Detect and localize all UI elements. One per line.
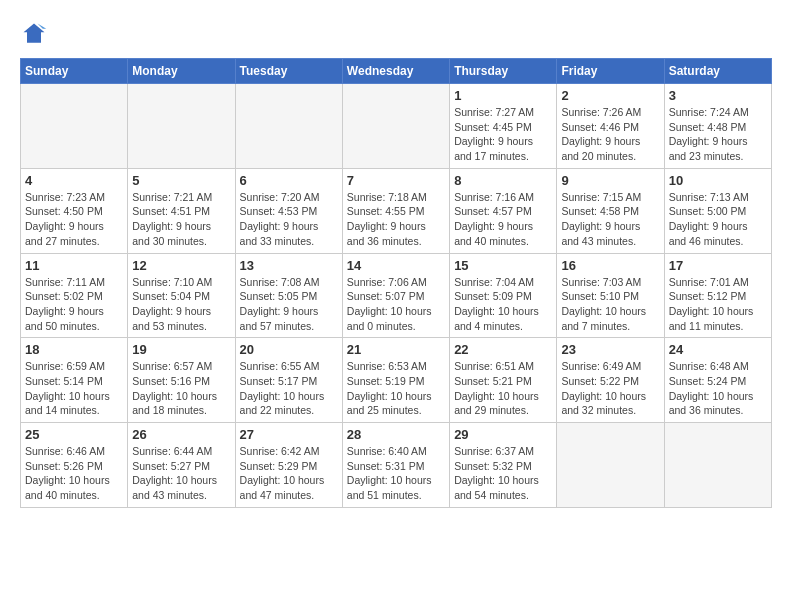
calendar-cell [128,84,235,169]
calendar-cell: 13Sunrise: 7:08 AM Sunset: 5:05 PM Dayli… [235,253,342,338]
calendar-cell [235,84,342,169]
day-number: 9 [561,173,659,188]
page-header [20,20,772,48]
calendar-cell: 16Sunrise: 7:03 AM Sunset: 5:10 PM Dayli… [557,253,664,338]
day-info: Sunrise: 7:24 AM Sunset: 4:48 PM Dayligh… [669,105,767,164]
calendar-cell: 24Sunrise: 6:48 AM Sunset: 5:24 PM Dayli… [664,338,771,423]
calendar-cell: 26Sunrise: 6:44 AM Sunset: 5:27 PM Dayli… [128,423,235,508]
day-number: 17 [669,258,767,273]
calendar-week-row: 1Sunrise: 7:27 AM Sunset: 4:45 PM Daylig… [21,84,772,169]
calendar-cell: 25Sunrise: 6:46 AM Sunset: 5:26 PM Dayli… [21,423,128,508]
calendar-cell: 10Sunrise: 7:13 AM Sunset: 5:00 PM Dayli… [664,168,771,253]
weekday-header: Monday [128,59,235,84]
day-info: Sunrise: 7:16 AM Sunset: 4:57 PM Dayligh… [454,190,552,249]
day-number: 16 [561,258,659,273]
day-info: Sunrise: 7:15 AM Sunset: 4:58 PM Dayligh… [561,190,659,249]
day-number: 21 [347,342,445,357]
day-info: Sunrise: 6:42 AM Sunset: 5:29 PM Dayligh… [240,444,338,503]
day-number: 19 [132,342,230,357]
day-number: 2 [561,88,659,103]
day-info: Sunrise: 6:53 AM Sunset: 5:19 PM Dayligh… [347,359,445,418]
calendar-week-row: 18Sunrise: 6:59 AM Sunset: 5:14 PM Dayli… [21,338,772,423]
day-info: Sunrise: 7:04 AM Sunset: 5:09 PM Dayligh… [454,275,552,334]
day-number: 8 [454,173,552,188]
calendar-cell: 21Sunrise: 6:53 AM Sunset: 5:19 PM Dayli… [342,338,449,423]
calendar-cell: 18Sunrise: 6:59 AM Sunset: 5:14 PM Dayli… [21,338,128,423]
calendar-cell: 27Sunrise: 6:42 AM Sunset: 5:29 PM Dayli… [235,423,342,508]
calendar-cell: 6Sunrise: 7:20 AM Sunset: 4:53 PM Daylig… [235,168,342,253]
day-number: 7 [347,173,445,188]
day-number: 15 [454,258,552,273]
logo-icon [20,20,48,48]
calendar-cell: 5Sunrise: 7:21 AM Sunset: 4:51 PM Daylig… [128,168,235,253]
day-info: Sunrise: 7:26 AM Sunset: 4:46 PM Dayligh… [561,105,659,164]
day-number: 28 [347,427,445,442]
calendar-week-row: 11Sunrise: 7:11 AM Sunset: 5:02 PM Dayli… [21,253,772,338]
day-number: 14 [347,258,445,273]
day-info: Sunrise: 7:21 AM Sunset: 4:51 PM Dayligh… [132,190,230,249]
day-number: 22 [454,342,552,357]
day-info: Sunrise: 6:40 AM Sunset: 5:31 PM Dayligh… [347,444,445,503]
calendar-cell: 19Sunrise: 6:57 AM Sunset: 5:16 PM Dayli… [128,338,235,423]
calendar-week-row: 25Sunrise: 6:46 AM Sunset: 5:26 PM Dayli… [21,423,772,508]
day-info: Sunrise: 7:27 AM Sunset: 4:45 PM Dayligh… [454,105,552,164]
day-info: Sunrise: 6:44 AM Sunset: 5:27 PM Dayligh… [132,444,230,503]
day-number: 27 [240,427,338,442]
day-number: 24 [669,342,767,357]
calendar-cell: 11Sunrise: 7:11 AM Sunset: 5:02 PM Dayli… [21,253,128,338]
calendar-cell: 29Sunrise: 6:37 AM Sunset: 5:32 PM Dayli… [450,423,557,508]
calendar-cell [557,423,664,508]
calendar-cell: 2Sunrise: 7:26 AM Sunset: 4:46 PM Daylig… [557,84,664,169]
day-number: 11 [25,258,123,273]
day-info: Sunrise: 7:20 AM Sunset: 4:53 PM Dayligh… [240,190,338,249]
logo [20,20,52,48]
calendar-cell: 1Sunrise: 7:27 AM Sunset: 4:45 PM Daylig… [450,84,557,169]
day-number: 10 [669,173,767,188]
day-info: Sunrise: 7:06 AM Sunset: 5:07 PM Dayligh… [347,275,445,334]
calendar-cell: 22Sunrise: 6:51 AM Sunset: 5:21 PM Dayli… [450,338,557,423]
day-number: 12 [132,258,230,273]
calendar-cell: 9Sunrise: 7:15 AM Sunset: 4:58 PM Daylig… [557,168,664,253]
weekday-header: Saturday [664,59,771,84]
day-number: 4 [25,173,123,188]
calendar-cell: 15Sunrise: 7:04 AM Sunset: 5:09 PM Dayli… [450,253,557,338]
day-number: 26 [132,427,230,442]
day-info: Sunrise: 6:57 AM Sunset: 5:16 PM Dayligh… [132,359,230,418]
calendar-cell: 28Sunrise: 6:40 AM Sunset: 5:31 PM Dayli… [342,423,449,508]
calendar-table: SundayMondayTuesdayWednesdayThursdayFrid… [20,58,772,508]
calendar-cell: 12Sunrise: 7:10 AM Sunset: 5:04 PM Dayli… [128,253,235,338]
calendar-cell [664,423,771,508]
calendar-cell: 8Sunrise: 7:16 AM Sunset: 4:57 PM Daylig… [450,168,557,253]
calendar-cell: 14Sunrise: 7:06 AM Sunset: 5:07 PM Dayli… [342,253,449,338]
calendar-cell [342,84,449,169]
day-number: 6 [240,173,338,188]
day-info: Sunrise: 6:37 AM Sunset: 5:32 PM Dayligh… [454,444,552,503]
day-number: 13 [240,258,338,273]
day-number: 29 [454,427,552,442]
day-info: Sunrise: 6:48 AM Sunset: 5:24 PM Dayligh… [669,359,767,418]
calendar-cell: 17Sunrise: 7:01 AM Sunset: 5:12 PM Dayli… [664,253,771,338]
day-number: 1 [454,88,552,103]
day-info: Sunrise: 6:51 AM Sunset: 5:21 PM Dayligh… [454,359,552,418]
calendar-cell [21,84,128,169]
day-number: 23 [561,342,659,357]
day-info: Sunrise: 7:11 AM Sunset: 5:02 PM Dayligh… [25,275,123,334]
day-info: Sunrise: 7:08 AM Sunset: 5:05 PM Dayligh… [240,275,338,334]
calendar-cell: 4Sunrise: 7:23 AM Sunset: 4:50 PM Daylig… [21,168,128,253]
weekday-header: Thursday [450,59,557,84]
day-info: Sunrise: 6:55 AM Sunset: 5:17 PM Dayligh… [240,359,338,418]
day-info: Sunrise: 6:46 AM Sunset: 5:26 PM Dayligh… [25,444,123,503]
day-info: Sunrise: 7:13 AM Sunset: 5:00 PM Dayligh… [669,190,767,249]
calendar-cell: 20Sunrise: 6:55 AM Sunset: 5:17 PM Dayli… [235,338,342,423]
calendar-cell: 7Sunrise: 7:18 AM Sunset: 4:55 PM Daylig… [342,168,449,253]
day-number: 5 [132,173,230,188]
weekday-header: Tuesday [235,59,342,84]
day-info: Sunrise: 7:18 AM Sunset: 4:55 PM Dayligh… [347,190,445,249]
weekday-header: Sunday [21,59,128,84]
day-info: Sunrise: 6:59 AM Sunset: 5:14 PM Dayligh… [25,359,123,418]
day-info: Sunrise: 7:03 AM Sunset: 5:10 PM Dayligh… [561,275,659,334]
day-info: Sunrise: 7:23 AM Sunset: 4:50 PM Dayligh… [25,190,123,249]
day-info: Sunrise: 6:49 AM Sunset: 5:22 PM Dayligh… [561,359,659,418]
calendar-cell: 3Sunrise: 7:24 AM Sunset: 4:48 PM Daylig… [664,84,771,169]
day-info: Sunrise: 7:10 AM Sunset: 5:04 PM Dayligh… [132,275,230,334]
